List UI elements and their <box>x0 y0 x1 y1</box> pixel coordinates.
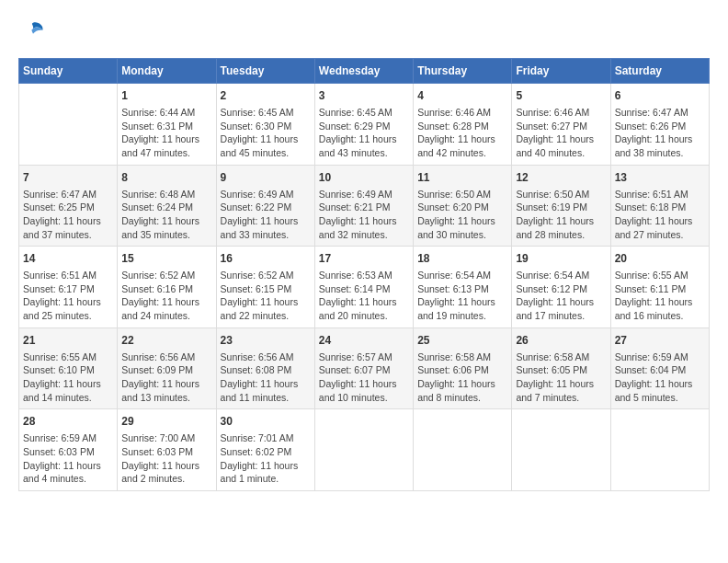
calendar-header: SundayMondayTuesdayWednesdayThursdayFrid… <box>19 59 710 84</box>
day-number: 7 <box>23 170 113 186</box>
day-info-text: Sunset: 6:30 PM <box>221 120 311 133</box>
day-number: 13 <box>615 170 705 186</box>
day-info-text: Daylight: 11 hours <box>417 295 507 309</box>
day-info-text: Sunset: 6:14 PM <box>319 282 409 296</box>
day-info-text: Sunrise: 6:45 AM <box>319 106 409 120</box>
day-info-text: Sunset: 6:17 PM <box>23 282 113 296</box>
day-info-text: Daylight: 11 hours <box>221 377 311 391</box>
calendar-cell: 28Sunrise: 6:59 AMSunset: 6:03 PMDayligh… <box>19 409 118 491</box>
day-info-text: Sunset: 6:29 PM <box>319 120 409 133</box>
day-info-text: Sunset: 6:26 PM <box>615 120 705 133</box>
day-info-text: and 43 minutes. <box>319 146 409 160</box>
day-number: 12 <box>516 170 606 186</box>
weekday-header-friday: Friday <box>512 59 610 84</box>
calendar-cell <box>414 409 512 491</box>
day-number: 18 <box>417 251 507 267</box>
day-info-text: and 19 minutes. <box>417 309 507 323</box>
day-info-text: and 16 minutes. <box>615 309 705 323</box>
logo-bird-icon <box>20 18 46 44</box>
calendar-cell: 10Sunrise: 6:49 AMSunset: 6:21 PMDayligh… <box>314 165 413 247</box>
day-number: 14 <box>23 251 113 267</box>
day-info-text: Daylight: 11 hours <box>23 377 113 391</box>
day-info-text: Sunset: 6:16 PM <box>121 282 211 296</box>
day-number: 30 <box>221 414 311 430</box>
day-info-text: and 42 minutes. <box>417 146 507 160</box>
day-info-text: and 14 minutes. <box>23 391 113 405</box>
day-info-text: and 38 minutes. <box>615 146 705 160</box>
day-info-text: and 7 minutes. <box>516 391 606 405</box>
day-info-text: Sunset: 6:05 PM <box>516 363 606 377</box>
calendar-cell <box>314 409 413 491</box>
day-info-text: and 2 minutes. <box>121 472 211 486</box>
day-info-text: Sunset: 6:20 PM <box>417 201 507 214</box>
day-info-text: Sunrise: 6:44 AM <box>121 106 211 120</box>
calendar-week-row: 28Sunrise: 6:59 AMSunset: 6:03 PMDayligh… <box>19 409 710 491</box>
calendar-cell: 4Sunrise: 6:46 AMSunset: 6:28 PMDaylight… <box>414 84 512 166</box>
calendar-week-row: 14Sunrise: 6:51 AMSunset: 6:17 PMDayligh… <box>19 247 710 328</box>
day-info-text: and 8 minutes. <box>417 391 507 405</box>
weekday-header-row: SundayMondayTuesdayWednesdayThursdayFrid… <box>19 59 710 84</box>
day-info-text: and 24 minutes. <box>121 309 211 323</box>
day-info-text: Daylight: 11 hours <box>417 132 507 146</box>
calendar-cell: 17Sunrise: 6:53 AMSunset: 6:14 PMDayligh… <box>314 247 413 328</box>
calendar-cell: 1Sunrise: 6:44 AMSunset: 6:31 PMDaylight… <box>118 84 216 166</box>
calendar-table: SundayMondayTuesdayWednesdayThursdayFrid… <box>18 58 710 491</box>
day-number: 20 <box>615 251 705 267</box>
calendar-cell: 19Sunrise: 6:54 AMSunset: 6:12 PMDayligh… <box>512 247 610 328</box>
day-info-text: Sunrise: 6:52 AM <box>221 269 311 282</box>
day-info-text: Sunset: 6:02 PM <box>221 445 311 459</box>
day-info-text: Daylight: 11 hours <box>615 377 705 391</box>
day-info-text: Daylight: 11 hours <box>319 132 409 146</box>
weekday-header-monday: Monday <box>118 59 216 84</box>
day-info-text: Daylight: 11 hours <box>319 377 409 391</box>
day-info-text: Daylight: 11 hours <box>221 295 311 309</box>
calendar-cell: 8Sunrise: 6:48 AMSunset: 6:24 PMDaylight… <box>118 165 216 247</box>
day-info-text: Sunrise: 6:58 AM <box>516 350 606 364</box>
day-info-text: Sunrise: 7:00 AM <box>121 431 211 445</box>
day-info-text: and 4 minutes. <box>23 472 113 486</box>
day-info-text: Sunrise: 6:54 AM <box>417 269 507 282</box>
weekday-header-sunday: Sunday <box>19 59 118 84</box>
calendar-cell: 12Sunrise: 6:50 AMSunset: 6:19 PMDayligh… <box>512 165 610 247</box>
day-info-text: Sunset: 6:07 PM <box>319 363 409 377</box>
day-info-text: and 27 minutes. <box>615 228 705 242</box>
day-info-text: Daylight: 11 hours <box>221 459 311 473</box>
day-number: 22 <box>121 333 211 349</box>
day-info-text: Sunset: 6:11 PM <box>615 282 705 296</box>
day-info-text: Sunset: 6:06 PM <box>417 363 507 377</box>
day-info-text: Sunset: 6:10 PM <box>23 363 113 377</box>
day-info-text: Sunrise: 6:57 AM <box>319 350 409 364</box>
day-info-text: Daylight: 11 hours <box>319 295 409 309</box>
day-info-text: Sunrise: 6:51 AM <box>23 269 113 282</box>
calendar-cell <box>19 84 118 166</box>
day-info-text: Sunrise: 6:55 AM <box>23 350 113 364</box>
day-info-text: and 17 minutes. <box>516 309 606 323</box>
calendar-cell: 24Sunrise: 6:57 AMSunset: 6:07 PMDayligh… <box>314 327 413 409</box>
calendar-cell <box>610 409 709 491</box>
day-info-text: Sunset: 6:09 PM <box>121 363 211 377</box>
calendar-cell: 15Sunrise: 6:52 AMSunset: 6:16 PMDayligh… <box>118 247 216 328</box>
day-info-text: Sunset: 6:15 PM <box>221 282 311 296</box>
calendar-cell: 20Sunrise: 6:55 AMSunset: 6:11 PMDayligh… <box>610 247 709 328</box>
day-info-text: Sunrise: 6:47 AM <box>615 106 705 120</box>
day-info-text: Daylight: 11 hours <box>516 295 606 309</box>
day-info-text: Sunset: 6:18 PM <box>615 201 705 214</box>
day-info-text: and 10 minutes. <box>319 391 409 405</box>
calendar-body: 1Sunrise: 6:44 AMSunset: 6:31 PMDaylight… <box>19 84 710 491</box>
weekday-header-wednesday: Wednesday <box>314 59 413 84</box>
day-info-text: Sunset: 6:12 PM <box>516 282 606 296</box>
calendar-cell: 11Sunrise: 6:50 AMSunset: 6:20 PMDayligh… <box>414 165 512 247</box>
calendar-cell: 22Sunrise: 6:56 AMSunset: 6:09 PMDayligh… <box>118 327 216 409</box>
day-number: 10 <box>319 170 409 186</box>
page-header <box>18 18 710 49</box>
day-number: 28 <box>23 414 113 430</box>
day-number: 27 <box>615 333 705 349</box>
day-info-text: Daylight: 11 hours <box>221 214 311 228</box>
day-info-text: Sunset: 6:21 PM <box>319 201 409 214</box>
day-info-text: and 25 minutes. <box>23 309 113 323</box>
day-info-text: Sunrise: 6:54 AM <box>516 269 606 282</box>
calendar-cell: 23Sunrise: 6:56 AMSunset: 6:08 PMDayligh… <box>216 327 314 409</box>
day-number: 11 <box>417 170 507 186</box>
calendar-cell: 14Sunrise: 6:51 AMSunset: 6:17 PMDayligh… <box>19 247 118 328</box>
calendar-cell: 18Sunrise: 6:54 AMSunset: 6:13 PMDayligh… <box>414 247 512 328</box>
